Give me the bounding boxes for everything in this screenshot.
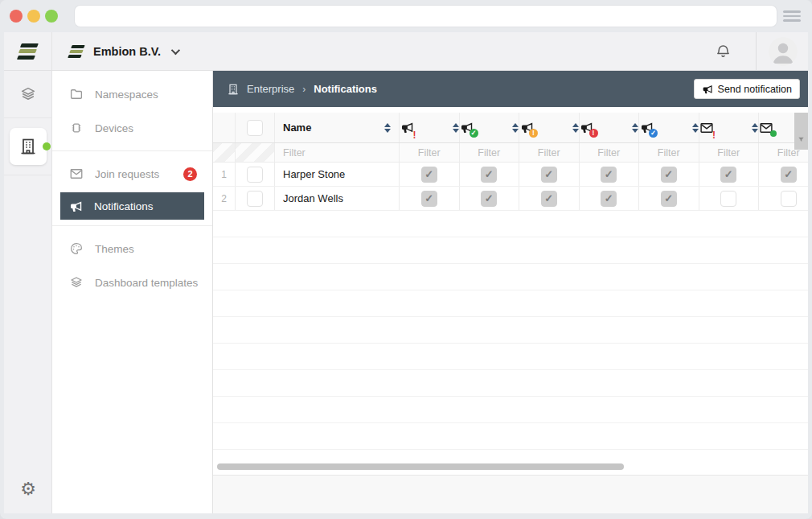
layers-icon <box>69 275 84 290</box>
column-header-notification-3[interactable] <box>519 113 580 142</box>
sort-icon[interactable] <box>512 123 519 133</box>
sort-icon[interactable] <box>453 123 459 133</box>
send-notification-label: Send notification <box>718 84 792 95</box>
notification-checkbox[interactable] <box>720 167 736 183</box>
sidebar-item-label: Namespaces <box>95 89 158 101</box>
rail-item-templates[interactable] <box>4 71 52 117</box>
avatar[interactable] <box>769 37 798 66</box>
select-all-checkbox[interactable] <box>247 120 263 136</box>
table-header-row: Name <box>213 113 808 143</box>
notification-checkbox[interactable] <box>481 167 497 183</box>
breadcrumb-current: Notifications <box>314 83 377 95</box>
notification-checkbox[interactable] <box>720 191 736 207</box>
minimize-window-icon[interactable] <box>27 10 40 23</box>
pref-cell <box>400 163 460 186</box>
filter-input[interactable]: Filter <box>699 143 760 162</box>
header-right <box>715 32 808 70</box>
horizontal-scrollbar[interactable] <box>217 463 624 470</box>
building-icon <box>10 128 47 165</box>
layers-icon <box>19 85 37 103</box>
row-select-checkbox[interactable] <box>247 191 263 207</box>
table-row[interactable]: 1 Harper Stone <box>213 163 808 187</box>
column-header-notification-2[interactable] <box>460 113 520 142</box>
hamburger-icon[interactable] <box>783 10 801 22</box>
notification-checkbox[interactable] <box>601 191 617 207</box>
send-notification-button[interactable]: Send notification <box>694 79 800 99</box>
notification-checkbox[interactable] <box>541 191 557 207</box>
url-bar[interactable] <box>75 6 777 27</box>
filter-input[interactable]: Filter <box>639 143 699 162</box>
notification-checkbox[interactable] <box>781 191 797 207</box>
sort-icon[interactable] <box>572 123 579 133</box>
filter-input[interactable]: Filter <box>580 143 640 162</box>
notification-checkbox[interactable] <box>661 191 677 207</box>
column-header-name[interactable]: Name <box>275 113 400 142</box>
sidebar-item-label: Notifications <box>94 200 154 212</box>
sidebar-item-notifications[interactable]: Notifications <box>60 192 204 220</box>
column-header-notification-5[interactable] <box>639 113 699 142</box>
filter-input[interactable]: Filter <box>400 143 460 162</box>
filter-input-name[interactable]: Filter <box>275 143 400 162</box>
pref-cell <box>580 187 640 210</box>
bell-icon[interactable] <box>715 43 732 60</box>
chip-icon <box>69 121 84 135</box>
row-name: Harper Stone <box>275 163 400 186</box>
join-requests-badge: 2 <box>183 167 197 181</box>
pref-cell <box>519 163 580 186</box>
column-header-notification-4[interactable] <box>580 113 640 142</box>
sort-icon[interactable] <box>692 123 699 133</box>
sidebar-item-dashboard-templates[interactable]: Dashboard templates <box>52 266 212 299</box>
notification-checkbox[interactable] <box>661 167 677 183</box>
browser-window: Embion B.V. <box>0 0 812 519</box>
app-header: Embion B.V. <box>4 32 808 71</box>
filter-disabled-cell <box>213 143 236 162</box>
app-logo[interactable] <box>4 32 52 70</box>
rail-divider <box>4 117 52 118</box>
breadcrumb-section[interactable]: Enterprise <box>247 83 294 95</box>
close-window-icon[interactable] <box>10 10 23 23</box>
envelope-icon <box>69 167 84 181</box>
pref-cell <box>519 187 580 210</box>
embion-logo-icon <box>68 45 84 58</box>
status-badge <box>410 131 419 140</box>
sort-icon[interactable] <box>632 123 638 133</box>
notification-checkbox[interactable] <box>601 167 617 183</box>
status-badge <box>649 129 658 138</box>
rail-item-enterprise[interactable] <box>4 123 52 170</box>
org-switcher[interactable]: Embion B.V. <box>52 45 178 58</box>
settings-gear-icon[interactable]: ⚙ <box>4 473 52 505</box>
maximize-window-icon[interactable] <box>45 10 58 23</box>
icon-rail: ⚙ <box>4 71 52 513</box>
pref-cell <box>580 163 640 186</box>
main-content: Enterprise › Notifications Send notifica… <box>213 71 808 513</box>
megaphone-icon <box>69 200 83 213</box>
notification-checkbox[interactable] <box>421 191 437 207</box>
notification-checkbox[interactable] <box>481 191 497 207</box>
sort-icon[interactable] <box>752 123 758 133</box>
table-filter-strip[interactable] <box>794 113 808 150</box>
column-header-email-1[interactable] <box>699 113 760 142</box>
pref-cell <box>639 187 699 210</box>
sidebar-item-themes[interactable]: Themes <box>52 232 212 266</box>
column-header-notification-1[interactable] <box>400 113 460 142</box>
sidebar: Namespaces Devices Join reques <box>52 71 213 513</box>
pref-cell <box>460 187 520 210</box>
status-badge <box>529 129 538 138</box>
sidebar-item-join-requests[interactable]: Join requests 2 <box>52 157 212 191</box>
filter-input[interactable]: Filter <box>519 143 580 162</box>
notification-checkbox[interactable] <box>421 167 437 183</box>
pref-cell <box>400 187 460 210</box>
sidebar-item-devices[interactable]: Devices <box>52 111 212 145</box>
sort-icon[interactable] <box>384 123 391 133</box>
empty-rows-area <box>213 211 808 475</box>
notification-checkbox[interactable] <box>541 167 557 183</box>
status-badge <box>710 131 719 140</box>
sidebar-item-namespaces[interactable]: Namespaces <box>52 77 212 111</box>
notification-checkbox[interactable] <box>781 167 797 183</box>
row-select-checkbox[interactable] <box>247 167 263 183</box>
filter-input[interactable]: Filter <box>460 143 520 162</box>
embion-logo-icon <box>18 43 38 60</box>
table-filter-row: Filter Filter Filter Filter Filter Filte… <box>213 143 808 163</box>
table-row[interactable]: 2 Jordan Wells <box>213 187 808 211</box>
palette-icon <box>69 241 84 256</box>
